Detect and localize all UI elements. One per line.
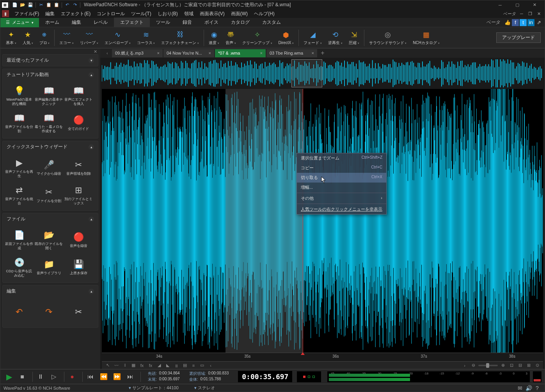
ctx-item[interactable]: 増幅...	[297, 183, 386, 192]
waveform[interactable]	[102, 89, 543, 353]
tile-WavePadの基本的な機能[interactable]: 💡WavePadの基本的な機能	[5, 83, 33, 108]
rewind-button[interactable]: ⏪	[98, 371, 109, 382]
tool-エフェクトチェーン[interactable]: ⛓エフェクトチェーン ▾	[158, 28, 202, 48]
overview-viewport[interactable]	[291, 59, 322, 87]
tool-エンベロープ[interactable]: ∿エンベロープ ▾	[101, 28, 134, 48]
tab-effect[interactable]: エフェクト	[114, 18, 150, 27]
menu-edit[interactable]: 編集	[42, 10, 58, 18]
zoom-slider[interactable]	[478, 365, 498, 366]
tile-着うた・着メロを作成する[interactable]: 📖着うた・着メロを作成する	[35, 110, 63, 136]
spectral-icon[interactable]: ▦	[130, 362, 137, 369]
zoom-fit-icon[interactable]: ⊡	[508, 362, 515, 369]
redo-icon[interactable]: ↷	[71, 1, 79, 9]
go-end-button[interactable]: ⏭	[125, 371, 136, 382]
menu-help[interactable]: ヘルプ(H)	[251, 10, 278, 18]
fade-out-icon[interactable]: ◣	[164, 362, 171, 369]
tool-プロ[interactable]: ⎈プロ ▾	[36, 28, 53, 48]
tool-サラウンドサウンド[interactable]: ◎サラウンドサウンド ▾	[366, 28, 410, 48]
tile-cut[interactable]: ✂	[64, 299, 92, 325]
tile-ファイルを分割[interactable]: ✂ファイルを分割	[35, 182, 63, 208]
tool-NCHカタログ[interactable]: ▦NCHカタログ ▾	[410, 28, 442, 48]
tile-音声にエフェクトを挿入[interactable]: 📖音声にエフェクトを挿入	[64, 83, 92, 108]
tool-人気[interactable]: ★人気 ▾	[20, 28, 36, 48]
tool-コーラス[interactable]: ≋コーラス ▾	[134, 28, 158, 48]
tile-新規ファイルを作成[interactable]: 📄新規ファイルを作成	[5, 227, 33, 253]
tool-フェード[interactable]: ◢フェード ▾	[300, 28, 325, 48]
menu-region[interactable]: 領域	[181, 10, 197, 18]
file-tab[interactable]: 04 Now You're N...×	[163, 49, 214, 57]
ctx-item[interactable]: 選択位置までズームCtrl+Shift+Z	[297, 153, 386, 163]
tool-速度[interactable]: ◉速度 ▾	[206, 28, 222, 48]
close-button[interactable]: ✕	[526, 0, 543, 9]
ctx-item[interactable]: コピーCtrl+C	[297, 163, 386, 173]
maximize-button[interactable]: ▢	[509, 0, 526, 9]
twitter-icon[interactable]: t	[520, 19, 527, 26]
like-icon[interactable]: 👍	[504, 19, 511, 26]
pause-button[interactable]: ⏸	[35, 371, 46, 382]
tile-音声領域を削除[interactable]: ✂音声領域を削除	[64, 155, 92, 181]
save-icon[interactable]: 💾	[27, 1, 34, 9]
cursor-tool-icon[interactable]: ↖	[104, 362, 111, 369]
wave-bars-icon[interactable]: ⫴	[121, 362, 128, 369]
tool-DirectX[interactable]: ⬢DirectX ▾	[275, 28, 297, 48]
tool-クリーンアップ[interactable]: ✧クリーンアップ ▾	[239, 28, 275, 48]
tile-音声ファイルを再生[interactable]: ▶音声ファイルを再生	[5, 155, 33, 181]
sidebar-close-icon[interactable]: ✕	[1, 49, 99, 53]
zoom-reset-icon[interactable]: ⊙	[534, 362, 541, 369]
speaker-icon[interactable]: 🔊	[524, 385, 533, 391]
undo-icon[interactable]: ↶	[63, 1, 71, 9]
timeline[interactable]: 34s 35s 36s 37s 38s	[102, 353, 543, 361]
inner-close-button[interactable]: ✕	[534, 10, 543, 17]
tile-音声ファイルを統合[interactable]: ⇄音声ファイルを統合	[5, 182, 33, 208]
file-tab[interactable]: 03 Tbe Ring.wma×	[266, 49, 317, 57]
help-icon[interactable]: ?	[533, 385, 541, 391]
tile-音声編集の基本テクニック[interactable]: 📖音声編集の基本テクニック	[35, 83, 63, 108]
tile-マイクから録音[interactable]: 🎤マイクから録音	[35, 155, 63, 181]
lines-icon[interactable]: ≡	[190, 362, 197, 369]
fade-in-icon[interactable]: ◢	[156, 362, 163, 369]
menu-toggle-icon[interactable]: ▮	[2, 10, 9, 17]
tool-基本[interactable]: ✦基本 ▾	[3, 28, 20, 48]
ribbon-menu-dropdown[interactable]: メニュー	[0, 18, 39, 27]
menu-file[interactable]: ファイル(F)	[11, 10, 42, 18]
close-tab-icon[interactable]: ×	[209, 51, 211, 55]
menu-view[interactable]: 画面表示(V)	[197, 10, 228, 18]
file-tab[interactable]: 09.燃える.mp3×	[112, 49, 163, 57]
tab-home[interactable]: ホーム	[39, 18, 66, 27]
wave-view-icon[interactable]: 〰	[113, 362, 120, 369]
menu-tool[interactable]: ツール(T)	[128, 10, 154, 18]
zoom-out-icon[interactable]: ⊖	[470, 362, 477, 369]
play-button[interactable]: ▶	[4, 371, 14, 382]
share-icon[interactable]: ⇗	[535, 19, 542, 26]
panel-quickstart-head[interactable]: クイックスタートウィザード ▴	[3, 141, 98, 153]
paste-icon[interactable]: 📋	[53, 1, 60, 9]
zoom-v-icon[interactable]: ⊞	[525, 362, 532, 369]
channel-selector[interactable]	[297, 371, 321, 382]
tile-redo[interactable]: ↷	[35, 299, 63, 325]
menu-effect[interactable]: エフェクト(E)	[58, 10, 94, 18]
close-tab-icon[interactable]: ×	[157, 51, 160, 55]
menu-control[interactable]: コントロール	[94, 10, 128, 18]
ctx-item[interactable]: その他›	[297, 193, 386, 203]
tile-既存のファイルを開く[interactable]: 📂既存のファイルを開く	[35, 227, 63, 253]
file-tab[interactable]: *07 & .wma×	[215, 49, 266, 57]
selection-region[interactable]	[225, 89, 303, 353]
tile-別のファイルとミックス[interactable]: ⊞別のファイルとミックス	[64, 182, 92, 208]
ctx-item[interactable]: 人気ツールの右クリックメニューを非表示	[297, 204, 386, 214]
facebook-icon[interactable]: f	[512, 19, 519, 26]
overview-waveform[interactable]	[102, 59, 543, 87]
tile-音声ライブラリ[interactable]: 📁音声ライブラリ	[35, 254, 63, 280]
tab-voice[interactable]: ボイス	[198, 18, 225, 27]
tile-音声を録音[interactable]: 🔴音声を録音	[64, 227, 92, 253]
inner-minimize-button[interactable]: ─	[517, 10, 526, 17]
open-file-icon[interactable]: 📂	[19, 1, 27, 9]
tab-edit[interactable]: 編集	[66, 18, 87, 27]
tool-逆再生[interactable]: ⟲逆再生 ▾	[325, 28, 346, 48]
eq-icon[interactable]: ⫼	[173, 362, 180, 369]
close-tab-icon[interactable]: ×	[260, 51, 263, 55]
tab-record[interactable]: 録音	[176, 18, 198, 27]
fx2-icon[interactable]: fx	[147, 362, 154, 369]
tab-custom[interactable]: カスタム	[256, 18, 287, 27]
fx1-icon[interactable]: fx	[138, 362, 146, 369]
tool-圧縮[interactable]: ⇲圧縮 ▾	[346, 28, 362, 48]
